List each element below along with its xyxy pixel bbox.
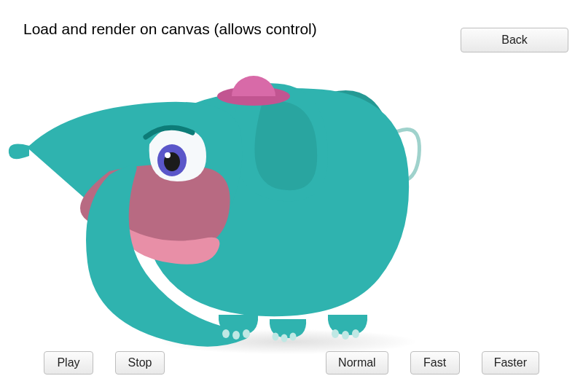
svg-point-8 <box>281 334 288 342</box>
faster-speed-button[interactable]: Faster <box>482 351 539 375</box>
fast-speed-button[interactable]: Fast <box>410 351 460 375</box>
stop-button[interactable]: Stop <box>115 351 165 375</box>
page-title: Load and render on canvas (allows contro… <box>23 20 317 38</box>
normal-speed-button[interactable]: Normal <box>326 351 388 375</box>
svg-point-11 <box>342 331 349 340</box>
svg-point-4 <box>222 329 230 338</box>
back-button[interactable]: Back <box>461 28 568 52</box>
svg-point-10 <box>332 329 339 338</box>
svg-point-12 <box>352 329 359 338</box>
svg-point-3 <box>165 152 171 158</box>
svg-point-7 <box>273 333 279 341</box>
controls-bar: Play Stop Normal Fast Faster <box>44 351 539 375</box>
svg-point-9 <box>290 333 297 341</box>
canvas-area <box>0 58 583 350</box>
svg-point-5 <box>232 331 240 340</box>
svg-point-6 <box>243 329 250 338</box>
play-button[interactable]: Play <box>44 351 93 375</box>
elephant-illustration <box>0 58 583 350</box>
